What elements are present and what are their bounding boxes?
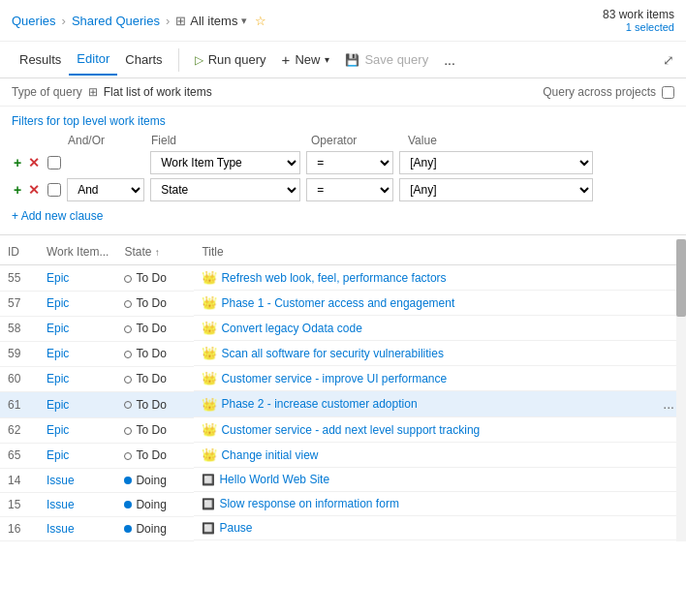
title-link[interactable]: Scan all software for security vulnerabi…: [221, 347, 443, 360]
filter-row2-andor-select[interactable]: And Or: [67, 178, 144, 201]
table-row[interactable]: 15IssueDoing🔲Slow response on informatio…: [0, 492, 686, 516]
cell-id: 16: [0, 516, 39, 540]
cell-id: 14: [0, 468, 39, 492]
cell-workitem[interactable]: Epic: [39, 291, 116, 316]
state-dot-icon: [124, 427, 132, 435]
title-link[interactable]: Pause: [219, 521, 252, 535]
filter-row1-value-select[interactable]: [Any] Epic Issue Task: [399, 151, 593, 174]
expand-button[interactable]: ⤢: [663, 52, 674, 68]
title-link[interactable]: Phase 2 - increase customer adoption: [221, 397, 417, 411]
cell-state: To Do: [116, 366, 194, 391]
favorite-star-icon[interactable]: ☆: [255, 14, 266, 28]
query-across-label: Query across projects: [543, 85, 656, 99]
table-row[interactable]: 65EpicTo Do👑Change initial view: [0, 443, 686, 468]
state-dot-icon: [124, 275, 132, 283]
filter-row2-add-button[interactable]: +: [12, 182, 23, 198]
breadcrumb-queries[interactable]: Queries: [12, 14, 56, 28]
filter-row2-checkbox[interactable]: [47, 183, 61, 197]
col-header-title[interactable]: Title: [194, 239, 686, 265]
filter-row1-checkbox[interactable]: [47, 156, 61, 169]
title-link[interactable]: Convert legacy Odata code: [221, 322, 361, 335]
results-table: ID Work Item... State ↑ Title 55EpicTo D…: [0, 239, 686, 541]
cell-title[interactable]: 👑Convert legacy Odata code: [194, 316, 686, 341]
table-row[interactable]: 60EpicTo Do👑Customer service - improve U…: [0, 366, 686, 391]
title-link[interactable]: Slow response on information form: [219, 497, 398, 510]
cell-title[interactable]: 👑Refresh web look, feel, performance fac…: [194, 265, 686, 291]
cell-id: 55: [0, 265, 39, 292]
query-type-value[interactable]: Flat list of work items: [104, 85, 212, 99]
cell-state: Doing: [116, 492, 194, 516]
cell-title[interactable]: 👑Scan all software for security vulnerab…: [194, 341, 686, 366]
filter-row1-add-button[interactable]: +: [12, 155, 23, 170]
title-link[interactable]: Refresh web look, feel, performance fact…: [221, 271, 446, 285]
breadcrumb-current[interactable]: All items: [190, 14, 237, 28]
cell-title[interactable]: 🔲Slow response on information form: [194, 492, 686, 516]
tab-charts[interactable]: Charts: [117, 45, 170, 75]
query-across-checkbox[interactable]: [662, 86, 674, 99]
table-row[interactable]: 55EpicTo Do👑Refresh web look, feel, perf…: [0, 265, 686, 292]
cell-workitem[interactable]: Issue: [39, 492, 116, 516]
filter-row1-remove-button[interactable]: ✕: [26, 155, 42, 170]
filter-row1-field-select[interactable]: Work Item Type State Title Assigned To: [150, 151, 300, 174]
cell-state: To Do: [116, 443, 194, 468]
cell-id: 65: [0, 443, 39, 468]
filter-row2-value-select[interactable]: [Any] To Do Doing Done: [399, 178, 593, 201]
col-header-state[interactable]: State ↑: [116, 239, 194, 265]
cell-workitem[interactable]: Issue: [39, 516, 116, 540]
state-dot-icon: [124, 325, 132, 333]
cell-id: 61: [0, 391, 39, 417]
filter-row2-operator-select[interactable]: = != Contains: [306, 178, 393, 201]
cell-title[interactable]: 👑Change initial view: [194, 443, 686, 468]
crown-icon: 👑: [202, 371, 217, 385]
cell-title[interactable]: 👑Phase 2 - increase customer adoption...: [194, 391, 686, 417]
save-query-button[interactable]: 💾 Save query: [337, 47, 436, 72]
cell-workitem[interactable]: Epic: [39, 265, 116, 292]
table-row[interactable]: 58EpicTo Do👑Convert legacy Odata code: [0, 316, 686, 341]
run-query-button[interactable]: ▷ Run query: [187, 47, 274, 72]
title-link[interactable]: Hello World Web Site: [219, 473, 329, 486]
chevron-down-icon[interactable]: ▾: [241, 15, 247, 27]
filter-row1-operator-select[interactable]: = != Contains: [306, 151, 393, 174]
cell-workitem[interactable]: Epic: [39, 417, 116, 443]
run-query-label: Run query: [208, 52, 266, 67]
cell-workitem[interactable]: Epic: [39, 366, 116, 391]
add-clause-button[interactable]: + Add new clause: [12, 205, 103, 227]
scrollbar-thumb[interactable]: [676, 239, 686, 317]
title-link[interactable]: Customer service - add next level suppor…: [221, 423, 480, 437]
cell-title[interactable]: 🔲Pause: [194, 516, 686, 540]
cell-workitem[interactable]: Epic: [39, 391, 116, 417]
title-link[interactable]: Change initial view: [221, 448, 318, 462]
filter-row2-field-select[interactable]: State Work Item Type Title Assigned To: [150, 178, 300, 201]
table-row[interactable]: 59EpicTo Do👑Scan all software for securi…: [0, 341, 686, 366]
table-row[interactable]: 57EpicTo Do👑Phase 1 - Customer access an…: [0, 291, 686, 316]
cell-workitem[interactable]: Issue: [39, 468, 116, 492]
selected-count: 1 selected: [603, 21, 674, 33]
cell-title[interactable]: 🔲Hello World Web Site: [194, 468, 686, 492]
table-row[interactable]: 16IssueDoing🔲Pause: [0, 516, 686, 540]
col-header-id[interactable]: ID: [0, 239, 39, 265]
cell-workitem[interactable]: Epic: [39, 341, 116, 366]
more-options-button[interactable]: ...: [436, 47, 463, 73]
col-header-workitem[interactable]: Work Item...: [39, 239, 116, 265]
scrollbar-track[interactable]: [676, 239, 686, 541]
new-label: New: [295, 52, 320, 67]
cell-title[interactable]: 👑Phase 1 - Customer access and engagemen…: [194, 291, 686, 316]
cell-state: To Do: [116, 316, 194, 341]
table-container: ID Work Item... State ↑ Title 55EpicTo D…: [0, 239, 686, 541]
title-link[interactable]: Customer service - improve UI performanc…: [221, 372, 447, 385]
cell-workitem[interactable]: Epic: [39, 316, 116, 341]
cell-workitem[interactable]: Epic: [39, 443, 116, 468]
table-row[interactable]: 61EpicTo Do👑Phase 2 - increase customer …: [0, 391, 686, 417]
new-button[interactable]: + New ▾: [274, 46, 338, 73]
filter-row2-remove-button[interactable]: ✕: [26, 182, 42, 198]
plus-icon: +: [282, 51, 291, 68]
breadcrumb-shared[interactable]: Shared Queries: [72, 14, 160, 28]
cell-state: To Do: [116, 291, 194, 316]
table-row[interactable]: 62EpicTo Do👑Customer service - add next …: [0, 417, 686, 443]
tab-results[interactable]: Results: [12, 45, 69, 75]
cell-title[interactable]: 👑Customer service - add next level suppo…: [194, 417, 686, 443]
cell-title[interactable]: 👑Customer service - improve UI performan…: [194, 366, 686, 391]
table-row[interactable]: 14IssueDoing🔲Hello World Web Site: [0, 468, 686, 492]
tab-editor[interactable]: Editor: [69, 44, 117, 76]
title-link[interactable]: Phase 1 - Customer access and engagement: [221, 296, 454, 310]
